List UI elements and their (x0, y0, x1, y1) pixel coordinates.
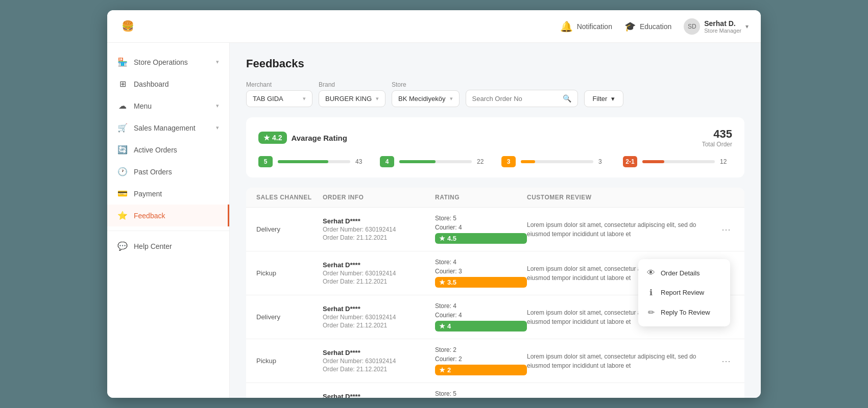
customer-name: Serhat D**** (323, 217, 435, 225)
merchant-select[interactable]: TAB GIDA ▾ (246, 90, 312, 107)
channel-pickup: Pickup (256, 269, 323, 277)
brand-value: BURGER KING (325, 95, 372, 103)
sidebar-item-dashboard[interactable]: ⊞ Dashboard (107, 73, 229, 95)
sidebar-item-menu[interactable]: ☁ Menu ▾ (107, 95, 229, 117)
star-icon: ★ (439, 366, 445, 374)
user-name: Serhat D. (704, 19, 741, 28)
more-options-button[interactable]: ⋯ (718, 355, 734, 367)
rating-info: Store: 4 Courier: 4 ★ 4 (435, 302, 527, 332)
body: 🏪 Store Operations ▾ ⊞ Dashboard ☁ Menu … (107, 43, 761, 398)
store-select[interactable]: BK Mecidiyeköy ▾ (392, 90, 459, 107)
search-box[interactable]: 🔍 (466, 90, 578, 107)
sidebar-item-payment[interactable]: 💳 Payment (107, 183, 229, 205)
rating-bar-2-1: 2-1 12 (623, 156, 732, 167)
score-badge: ★ 3.5 (435, 277, 527, 288)
search-icon: 🔍 (563, 94, 571, 103)
filter-button[interactable]: Filter ▾ (584, 90, 624, 107)
customer-name: Serhat D**** (323, 261, 435, 269)
notification-button[interactable]: 🔔 Notification (560, 20, 612, 33)
bar-track (642, 160, 715, 163)
order-details-button[interactable]: 👁 Order Details (638, 263, 730, 283)
col-actions (718, 194, 734, 201)
order-info: Serhat D**** Order Number: 630192414 Ord… (323, 349, 435, 373)
bar-track (278, 160, 350, 163)
sidebar-item-active-orders[interactable]: 🔄 Active Orders (107, 139, 229, 161)
chevron-down-icon: ▾ (611, 95, 615, 103)
rating-info: Store: 5 Courier: 4 ★ 4.5 (435, 390, 527, 398)
bar-count-3: 3 (598, 158, 611, 165)
sidebar-item-help-center[interactable]: 💬 Help Center (107, 235, 229, 257)
sidebar-item-feedback[interactable]: ⭐ Feedback (107, 205, 229, 226)
dashboard-icon: ⊞ (117, 79, 128, 89)
rating-bars: 5 43 4 22 3 3 (258, 156, 732, 167)
past-orders-icon: 🕐 (117, 167, 128, 176)
courier-rating: Courier: 3 (435, 268, 527, 275)
sidebar-item-sales-management[interactable]: 🛒 Sales Management ▾ (107, 117, 229, 139)
sidebar-item-label: Past Orders (134, 168, 219, 176)
store-filter-group: Store BK Mecidiyeköy ▾ (392, 81, 459, 107)
review-text: Lorem ipsum dolor sit amet, consectetur … (527, 220, 718, 239)
bar-count-5: 43 (355, 158, 368, 165)
store-value: BK Mecidiyeköy (398, 95, 445, 103)
context-menu: 👁 Order Details ℹ Report Review ✏ Reply … (638, 259, 730, 326)
header-right: 🔔 Notification 🎓 Education SD Serhat D. … (560, 18, 749, 35)
order-number: Order Number: 630192414 (323, 270, 435, 277)
filter-label: Filter (593, 95, 608, 103)
reply-to-review-label: Reply To Review (661, 309, 710, 316)
star-rating-badge: ★ 4.2 (258, 132, 287, 144)
total-orders: 435 Total Order (702, 128, 732, 148)
table-header: Sales Channel Order Info Rating Customer… (246, 188, 744, 208)
rating-bar-4: 4 22 (380, 156, 489, 167)
store-rating: Store: 5 (435, 390, 527, 397)
rating-3-badge: 3 (501, 156, 516, 167)
merchant-value: TAB GIDA (253, 95, 283, 103)
store-icon: 🏪 (117, 57, 128, 67)
rating-5-badge: 5 (258, 156, 273, 167)
sidebar-item-label: Menu (134, 102, 210, 110)
score-badge: ★ 4.5 (435, 233, 527, 244)
channel-pickup: Pickup (256, 357, 323, 365)
table-row: Delivery Serhat D**** Order Number: 6301… (246, 208, 744, 251)
education-button[interactable]: 🎓 Education (624, 21, 671, 32)
sidebar-item-label: Active Orders (134, 146, 219, 154)
sidebar-item-label: Sales Management (134, 124, 210, 132)
eye-icon: 👁 (646, 268, 656, 277)
courier-rating: Courier: 2 (435, 355, 527, 363)
col-sales-channel: Sales Channel (256, 194, 323, 201)
total-orders-number: 435 (702, 128, 732, 141)
courier-rating: Courier: 4 (435, 224, 527, 231)
order-date: Order Date: 21.12.2021 (323, 322, 435, 329)
user-menu[interactable]: SD Serhat D. Store Manager ▾ (684, 18, 749, 35)
order-date: Order Date: 21.12.2021 (323, 278, 435, 285)
order-info: Serhat D**** Order Number: 630192414 Ord… (323, 305, 435, 329)
bar-fill (399, 160, 436, 163)
chevron-down-icon: ▾ (216, 103, 219, 109)
order-number: Order Number: 630192414 (323, 314, 435, 321)
feedback-icon: ⭐ (117, 211, 128, 220)
notification-label: Notification (577, 22, 612, 31)
sidebar-item-label: Dashboard (134, 80, 219, 88)
sidebar-item-label: Payment (134, 190, 219, 198)
edit-icon: ✏ (646, 308, 656, 317)
customer-name: Serhat D**** (323, 393, 435, 398)
bar-fill (278, 160, 328, 163)
brand-select[interactable]: BURGER KING ▾ (319, 90, 385, 107)
col-rating: Rating (435, 194, 527, 201)
courier-rating: Courier: 4 (435, 312, 527, 319)
sidebar-item-past-orders[interactable]: 🕐 Past Orders (107, 161, 229, 183)
store-rating: Store: 4 (435, 302, 527, 310)
store-rating: Store: 4 (435, 259, 527, 266)
score-badge: ★ 2 (435, 365, 527, 375)
col-customer-review: Customer Review (527, 194, 718, 201)
rating-header: ★ 4.2 Avarage Rating 435 Total Order (258, 128, 732, 148)
reply-to-review-button[interactable]: ✏ Reply To Review (638, 302, 730, 322)
bar-count-4: 22 (477, 158, 489, 165)
menu-icon: ☁ (117, 101, 128, 111)
more-options-button[interactable]: ⋯ (718, 224, 734, 235)
score-badge: ★ 4 (435, 321, 527, 332)
search-input[interactable] (472, 95, 559, 103)
report-review-button[interactable]: ℹ Report Review (638, 283, 730, 302)
sidebar-item-store-operations[interactable]: 🏪 Store Operations ▾ (107, 51, 229, 73)
average-rating: 4.2 (272, 134, 282, 142)
customer-name: Serhat D**** (323, 349, 435, 356)
